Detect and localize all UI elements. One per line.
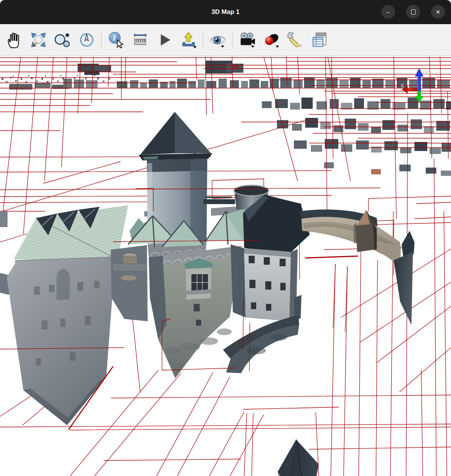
maximize-icon xyxy=(411,9,416,15)
compass-icon xyxy=(78,31,95,49)
title-bar[interactable]: 3D Map 1 – ✕ xyxy=(0,0,451,24)
ruler-icon xyxy=(131,31,149,49)
dropdown-arrow-icon xyxy=(251,46,254,48)
identify-button[interactable]: i xyxy=(105,27,127,53)
wrench-icon xyxy=(287,31,304,49)
axis-up-label: up xyxy=(423,69,430,76)
eye-icon xyxy=(209,31,226,49)
settings-wrench-button[interactable] xyxy=(284,27,306,53)
app-window: 3D Map 1 – ✕ xyxy=(0,0,451,476)
circles-icon xyxy=(54,31,71,49)
castle-model xyxy=(0,112,414,476)
measure-line-button[interactable] xyxy=(129,27,151,53)
toolbar-separator xyxy=(232,31,233,49)
report-panel-button[interactable] xyxy=(309,27,330,53)
identify-icon: i xyxy=(107,31,125,49)
map-3d-viewport[interactable]: up E N xyxy=(0,56,451,476)
close-icon: ✕ xyxy=(436,9,440,15)
dropdown-arrow-icon xyxy=(221,46,224,48)
export-scene-button[interactable] xyxy=(177,27,199,53)
compass-button[interactable] xyxy=(76,27,98,53)
dropdown-arrow-icon xyxy=(276,46,279,48)
zoom-full-icon xyxy=(30,31,47,49)
axis-north-label: N xyxy=(421,91,425,96)
stereo-ball-icon xyxy=(263,31,280,49)
axis-up-arrow xyxy=(417,74,421,91)
minimize-icon: – xyxy=(387,9,390,15)
view-visibility-button[interactable] xyxy=(207,27,229,53)
report-icon xyxy=(311,31,328,49)
hand-icon xyxy=(6,31,23,49)
dropdown-arrow-icon xyxy=(193,46,197,49)
pan-tool-button[interactable] xyxy=(3,27,25,53)
select-circles-button[interactable] xyxy=(52,27,73,53)
close-button[interactable]: ✕ xyxy=(431,5,445,19)
export-icon xyxy=(180,31,197,49)
record-camera-button[interactable] xyxy=(236,27,258,53)
toolbar: i xyxy=(0,24,451,56)
toolbar-separator xyxy=(203,31,203,49)
stereo-view-button[interactable] xyxy=(260,27,282,53)
svg-text:i: i xyxy=(113,33,116,43)
toolbar-separator xyxy=(101,31,102,49)
zoom-full-button[interactable] xyxy=(28,27,49,53)
maximize-button[interactable] xyxy=(406,5,420,19)
minimize-button[interactable]: – xyxy=(381,5,395,19)
play-animation-button[interactable] xyxy=(153,27,175,53)
play-icon xyxy=(156,31,173,49)
movie-camera-icon xyxy=(238,31,256,49)
scene-canvas: up E N xyxy=(0,56,451,476)
distant-city xyxy=(2,61,451,176)
axis-east-label: E xyxy=(401,83,404,88)
